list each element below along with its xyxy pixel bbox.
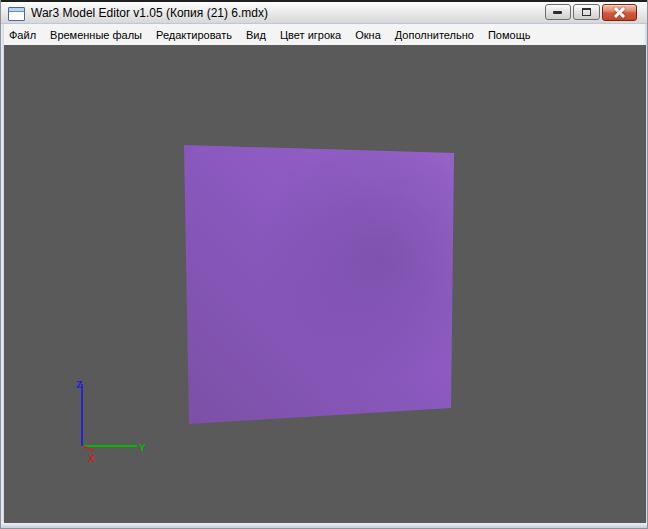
window-title: War3 Model Editor v1.05 (Копия (21) 6.md…: [31, 6, 268, 20]
app-window: War3 Model Editor v1.05 (Копия (21) 6.md…: [0, 0, 648, 529]
close-icon: [613, 6, 626, 19]
maximize-button[interactable]: [573, 4, 600, 20]
menu-file[interactable]: Файл: [2, 26, 43, 44]
minimize-button[interactable]: [545, 4, 571, 20]
model-plane-shading: [184, 145, 454, 424]
menu-bar: Файл Временные фалы Редактировать Вид Цв…: [1, 24, 647, 45]
y-axis-label: Y: [139, 442, 146, 454]
menu-windows[interactable]: Окна: [348, 26, 388, 44]
menu-player-color[interactable]: Цвет игрока: [273, 26, 348, 44]
minimize-icon: [553, 11, 562, 14]
viewport-canvas: Z Y X: [4, 45, 646, 523]
menu-edit[interactable]: Редактировать: [149, 26, 239, 44]
model-viewport[interactable]: Z Y X: [4, 45, 646, 523]
maximize-icon: [582, 8, 591, 16]
window-icon-titlestrip: [9, 8, 24, 12]
menu-extras[interactable]: Дополнительно: [388, 26, 481, 44]
title-bar[interactable]: War3 Model Editor v1.05 (Копия (21) 6.md…: [1, 0, 647, 24]
menu-temp-files[interactable]: Временные фалы: [43, 26, 149, 44]
z-axis-label: Z: [76, 379, 83, 391]
menu-help[interactable]: Помощь: [481, 26, 538, 44]
x-axis-label: X: [88, 453, 95, 465]
window-icon: [8, 7, 25, 21]
close-button[interactable]: [602, 4, 637, 21]
menu-view[interactable]: Вид: [239, 26, 273, 44]
window-controls: [545, 4, 637, 21]
